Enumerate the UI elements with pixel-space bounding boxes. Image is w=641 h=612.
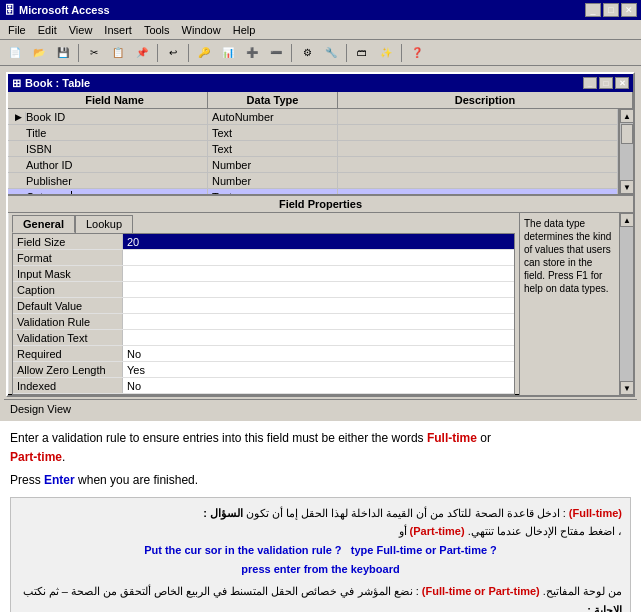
toolbar-indexes[interactable]: 📊 — [217, 43, 239, 63]
table-row[interactable]: ISBN Text — [8, 141, 618, 157]
title-bar-controls: _ □ ✕ — [585, 3, 637, 17]
toolbar-save[interactable]: 💾 — [52, 43, 74, 63]
menu-view[interactable]: View — [63, 22, 99, 38]
table-content: ▶ Book ID AutoNumber Title Text — [8, 109, 619, 194]
toolbar-database-window[interactable]: 🗃 — [351, 43, 373, 63]
menu-help[interactable]: Help — [227, 22, 262, 38]
props-scrollbar[interactable]: ▲ ▼ — [619, 213, 633, 395]
desc-author-id[interactable] — [338, 157, 618, 172]
fulltime-label: Full-time — [427, 431, 477, 445]
close-button[interactable]: ✕ — [621, 3, 637, 17]
prop-field-size[interactable]: Field Size 20 — [13, 234, 514, 250]
prop-format[interactable]: Format — [13, 250, 514, 266]
field-title[interactable]: Title — [8, 125, 208, 140]
prop-label-defaultvalue: Default Value — [13, 298, 123, 313]
minimize-button[interactable]: _ — [585, 3, 601, 17]
type-author-id[interactable]: Number — [208, 157, 338, 172]
prop-value-validationtext[interactable] — [123, 330, 514, 345]
bottom-content: Enter a validation rule to ensure entrie… — [0, 421, 641, 612]
field-isbn[interactable]: ISBN — [8, 141, 208, 156]
header-datatype: Data Type — [208, 92, 338, 108]
type-publisher[interactable]: Number — [208, 173, 338, 188]
toolbar-delete-rows[interactable]: ➖ — [265, 43, 287, 63]
type-title[interactable]: Text — [208, 125, 338, 140]
prop-validation-text[interactable]: Validation Text — [13, 330, 514, 346]
inner-restore[interactable]: □ — [599, 77, 613, 89]
toolbar-undo[interactable]: ↩ — [162, 43, 184, 63]
prop-input-mask[interactable]: Input Mask — [13, 266, 514, 282]
type-isbn[interactable]: Text — [208, 141, 338, 156]
prop-value-validationrule[interactable] — [123, 314, 514, 329]
parttime-label: Part-time — [10, 450, 62, 464]
toolbar-build[interactable]: 🔧 — [320, 43, 342, 63]
toolbar-paste[interactable]: 📌 — [131, 43, 153, 63]
desc-isbn[interactable] — [338, 141, 618, 156]
field-book-id[interactable]: ▶ Book ID — [8, 109, 208, 124]
arabic-section: (Full-time) : ادخل قاعدة الصحة للتاكد من… — [10, 497, 631, 612]
table-row[interactable]: ▶ Book ID AutoNumber — [8, 109, 618, 125]
prop-default-value[interactable]: Default Value — [13, 298, 514, 314]
toolbar-help[interactable]: ❓ — [406, 43, 428, 63]
toolbar-insert-rows[interactable]: ➕ — [241, 43, 263, 63]
arabic-or: أو — [399, 525, 407, 537]
props-scroll-track — [620, 227, 633, 381]
prop-value-indexed[interactable]: No — [123, 378, 514, 393]
type-book-id[interactable]: AutoNumber — [208, 109, 338, 124]
inner-minimize[interactable]: _ — [583, 77, 597, 89]
props-scroll-down[interactable]: ▼ — [620, 381, 634, 395]
scroll-up[interactable]: ▲ — [620, 109, 633, 123]
toolbar-open[interactable]: 📂 — [28, 43, 50, 63]
toolbar-copy[interactable]: 📋 — [107, 43, 129, 63]
desc-publisher[interactable] — [338, 173, 618, 188]
instruction-prefix: Enter a validation rule to ensure entrie… — [10, 431, 427, 445]
toolbar-new[interactable]: 📄 — [4, 43, 26, 63]
prop-caption[interactable]: Caption — [13, 282, 514, 298]
field-publisher[interactable]: Publisher — [8, 173, 208, 188]
prop-value-format[interactable] — [123, 250, 514, 265]
field-name-1: Book ID — [26, 111, 65, 123]
restore-button[interactable]: □ — [603, 3, 619, 17]
table-scrollbar[interactable]: ▲ ▼ — [619, 109, 633, 194]
arabic-question-text: : ادخل قاعدة الصحة للتاكد من أن القيمة ا… — [243, 507, 566, 519]
prop-value-fieldsize[interactable]: 20 — [123, 234, 514, 249]
prop-allow-zero-length[interactable]: Allow Zero Length Yes — [13, 362, 514, 378]
tab-general[interactable]: General — [12, 215, 75, 233]
scroll-down[interactable]: ▼ — [620, 180, 633, 194]
prop-indexed[interactable]: Indexed No — [13, 378, 514, 394]
prop-value-defaultvalue[interactable] — [123, 298, 514, 313]
menu-tools[interactable]: Tools — [138, 22, 176, 38]
tab-lookup[interactable]: Lookup — [75, 215, 133, 233]
desc-book-id[interactable] — [338, 109, 618, 124]
inner-close[interactable]: ✕ — [615, 77, 629, 89]
row-indicator-1: ▶ — [12, 112, 26, 122]
prop-value-allowzerolength[interactable]: Yes — [123, 362, 514, 377]
prop-label-validationrule: Validation Rule — [13, 314, 123, 329]
properties-left: General Lookup Field Size 20 Format Inpu… — [8, 213, 519, 395]
table-row[interactable]: ▶ Category Text — [8, 189, 618, 194]
prop-value-caption[interactable] — [123, 282, 514, 297]
menu-window[interactable]: Window — [176, 22, 227, 38]
toolbar-new-object[interactable]: ✨ — [375, 43, 397, 63]
table-row[interactable]: Title Text — [8, 125, 618, 141]
table-row[interactable]: Publisher Number — [8, 173, 618, 189]
scroll-track — [620, 123, 633, 180]
prop-validation-rule[interactable]: Validation Rule — [13, 314, 514, 330]
prop-label-allowzerolength: Allow Zero Length — [13, 362, 123, 377]
props-scroll-up[interactable]: ▲ — [620, 213, 634, 227]
menu-edit[interactable]: Edit — [32, 22, 63, 38]
prop-value-required[interactable]: No — [123, 346, 514, 361]
prop-value-inputmask[interactable] — [123, 266, 514, 281]
desc-title[interactable] — [338, 125, 618, 140]
type-category[interactable]: Text — [208, 189, 338, 194]
toolbar-properties[interactable]: ⚙ — [296, 43, 318, 63]
toolbar-cut[interactable]: ✂ — [83, 43, 105, 63]
field-category[interactable]: ▶ Category — [8, 189, 208, 194]
prop-required[interactable]: Required No — [13, 346, 514, 362]
toolbar-primary-key[interactable]: 🔑 — [193, 43, 215, 63]
desc-category[interactable] — [338, 189, 618, 194]
table-row[interactable]: Author ID Number — [8, 157, 618, 173]
menu-insert[interactable]: Insert — [98, 22, 138, 38]
menu-file[interactable]: File — [2, 22, 32, 38]
field-author-id[interactable]: Author ID — [8, 157, 208, 172]
scroll-thumb[interactable] — [621, 124, 633, 144]
